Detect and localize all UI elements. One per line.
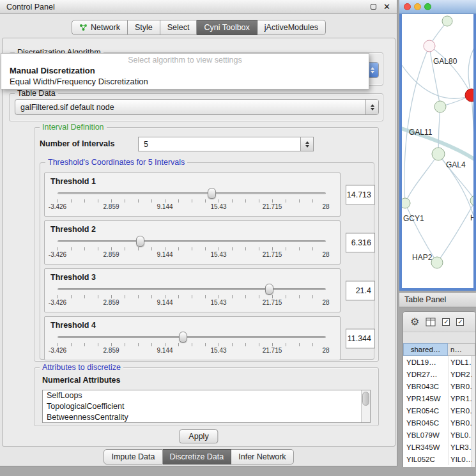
table-row[interactable]: YDR27…YDR2… bbox=[403, 368, 472, 380]
threshold-3-panel: Threshold 3 -3.4262.8599.14415.4321.7152… bbox=[44, 268, 341, 312]
table-row[interactable]: YLR345WYLR3… bbox=[403, 441, 472, 453]
gear-icon[interactable]: ⚙ bbox=[410, 317, 419, 327]
table-scrollbar[interactable] bbox=[472, 356, 475, 467]
table-cell: YIL0… bbox=[448, 453, 472, 465]
red-network-node[interactable] bbox=[465, 89, 473, 102]
tab-style[interactable]: Style bbox=[128, 20, 160, 35]
tab-discretize-data[interactable]: Discretize Data bbox=[163, 449, 232, 464]
tab-jactivemodules[interactable]: jActiveModules bbox=[257, 20, 326, 35]
apply-button[interactable]: Apply bbox=[179, 429, 218, 443]
threshold-3-value[interactable]: 21.4 bbox=[346, 280, 375, 300]
green-network-node[interactable] bbox=[431, 257, 443, 268]
columns-icon[interactable] bbox=[426, 318, 436, 326]
tab-cyni-toolbox[interactable]: Cyni Toolbox bbox=[197, 20, 257, 35]
dropdown-option-manual-discretization[interactable]: Manual Discretization bbox=[1, 65, 369, 76]
slider-thumb[interactable] bbox=[136, 236, 144, 247]
tab-network[interactable]: Network bbox=[72, 20, 128, 35]
group-title: Attributes to discretize bbox=[40, 363, 123, 372]
scrollbar-thumb[interactable] bbox=[362, 392, 369, 406]
green-network-node[interactable] bbox=[442, 16, 452, 26]
list-scrollbar[interactable] bbox=[361, 390, 370, 422]
threshold-2-value[interactable]: 6.316 bbox=[346, 233, 375, 252]
mac-close-button[interactable] bbox=[404, 3, 411, 10]
scale-label: -3.426 bbox=[49, 251, 66, 258]
column-header-name[interactable]: n… bbox=[448, 343, 475, 356]
network-canvas[interactable]: GAL80GAL11GAL4GCY1HAP2H bbox=[402, 14, 473, 288]
green-network-node[interactable] bbox=[470, 196, 473, 206]
node-label: GAL80 bbox=[433, 57, 457, 66]
dropdown-option-equal-width-frequency[interactable]: Equal Width/Frequency Discretization bbox=[1, 76, 369, 87]
scale-label: 2.859 bbox=[103, 299, 119, 306]
numerical-attribute-item[interactable]: BetweennessCentrality bbox=[43, 412, 370, 423]
table-panel-header[interactable]: Table Panel bbox=[399, 292, 476, 307]
tab-impute-data[interactable]: Impute Data bbox=[104, 449, 162, 464]
scale-label: 9.144 bbox=[157, 251, 173, 258]
threshold-2-panel: Threshold 2 -3.4262.8599.14415.4321.7152… bbox=[44, 220, 341, 265]
table-cell: YBR043C bbox=[403, 383, 448, 390]
select-all-checkbox-icon[interactable]: ✓ bbox=[442, 318, 450, 326]
table-row[interactable]: YDL19…YDL1… bbox=[403, 356, 472, 368]
slider-scale: -3.4262.8599.14415.4321.71528 bbox=[58, 203, 326, 210]
green-network-node[interactable] bbox=[434, 101, 446, 112]
table-row[interactable]: YIL052CYIL0… bbox=[403, 453, 472, 465]
slider-thumb[interactable] bbox=[208, 188, 216, 199]
scale-label: 9.144 bbox=[157, 347, 173, 354]
scale-label: 21.715 bbox=[263, 299, 282, 306]
slider-thumb[interactable] bbox=[265, 284, 273, 295]
spinner-stepper[interactable] bbox=[300, 137, 313, 151]
green-network-node[interactable] bbox=[432, 148, 445, 160]
numerical-attribute-item[interactable]: SelfLoops bbox=[43, 390, 370, 401]
threshold-1-panel: Threshold 1 -3.4262.8599.14415.4321.7152… bbox=[44, 173, 341, 217]
mac-minimize-button[interactable] bbox=[414, 3, 421, 10]
window-title: Control Panel bbox=[6, 3, 55, 12]
scale-label: 15.43 bbox=[210, 299, 226, 306]
tab-label: jActiveModules bbox=[265, 23, 318, 32]
table-row[interactable]: YBR043CYBR0… bbox=[403, 380, 472, 392]
threshold-1-value[interactable]: 14.713 bbox=[346, 185, 375, 204]
pink-network-node[interactable] bbox=[424, 40, 435, 52]
cyni-toolbox-panel: Discretization Algorithm Table Data galF… bbox=[2, 38, 395, 447]
table-row[interactable]: YPR145WYPR1… bbox=[403, 392, 472, 404]
close-icon[interactable]: ✕ bbox=[383, 3, 390, 11]
chevron-up-icon bbox=[305, 141, 309, 144]
threshold-3-row: Threshold 3 -3.4262.8599.14415.4321.7152… bbox=[44, 268, 375, 312]
network-view-window: GAL80GAL11GAL4GCY1HAP2H bbox=[399, 0, 476, 291]
scale-label: 21.715 bbox=[263, 251, 282, 258]
scale-label: 21.715 bbox=[263, 203, 282, 210]
float-window-icon[interactable] bbox=[371, 4, 376, 10]
slider-thumb[interactable] bbox=[179, 332, 187, 342]
table-cell: YLR345W bbox=[403, 443, 448, 451]
threshold-4-value[interactable]: 11.344 bbox=[346, 328, 375, 348]
bottom-tab-bar: Impute Data Discretize Data Infer Networ… bbox=[0, 449, 397, 464]
spinner-value: 5 bbox=[139, 137, 300, 151]
table-cell: YDR2… bbox=[448, 368, 472, 380]
numerical-attributes-label: Numerical Attributes bbox=[42, 376, 120, 385]
group-title: Interval Definition bbox=[40, 123, 107, 132]
chevron-down-icon bbox=[305, 145, 309, 148]
table-row[interactable]: YER054CYER0… bbox=[403, 404, 472, 417]
green-network-node[interactable] bbox=[402, 198, 410, 208]
table-body[interactable]: YDL19…YDL1…YDR27…YDR2…YBR043CYBR0…YPR145… bbox=[403, 356, 472, 467]
numerical-attribute-item[interactable]: TopologicalCoefficient bbox=[43, 401, 370, 412]
threshold-3-slider[interactable] bbox=[58, 284, 326, 295]
interval-definition-group: Interval Definition Number of Intervals … bbox=[34, 127, 379, 362]
node-label: GAL4 bbox=[446, 160, 466, 169]
table-row[interactable]: YBL079WYBL0… bbox=[403, 429, 472, 441]
table-row[interactable]: YBR045CYBR0… bbox=[403, 417, 472, 429]
select-none-checkbox-icon[interactable]: ✓ bbox=[456, 318, 464, 326]
combobox-stepper[interactable] bbox=[365, 100, 378, 114]
mac-zoom-button[interactable] bbox=[424, 3, 431, 10]
number-of-intervals-spinner[interactable]: 5 bbox=[138, 137, 314, 151]
tab-label: Discretize Data bbox=[170, 452, 224, 461]
threshold-1-slider[interactable] bbox=[58, 188, 326, 199]
table-data-combobox[interactable]: galFiltered.sif default node bbox=[15, 99, 379, 115]
threshold-2-slider[interactable] bbox=[58, 236, 326, 247]
threshold-4-row: Threshold 4 -3.4262.8599.14415.4321.7152… bbox=[44, 316, 375, 360]
tab-select[interactable]: Select bbox=[160, 20, 197, 35]
scale-label: 9.144 bbox=[157, 299, 173, 306]
column-header-shared-name[interactable]: shared… bbox=[403, 343, 448, 356]
numerical-attributes-list[interactable]: SelfLoopsTopologicalCoefficientBetweenne… bbox=[42, 390, 371, 423]
threshold-4-slider[interactable] bbox=[58, 332, 326, 342]
tab-infer-network[interactable]: Infer Network bbox=[231, 449, 293, 464]
table-cell: YDL1… bbox=[448, 356, 472, 368]
